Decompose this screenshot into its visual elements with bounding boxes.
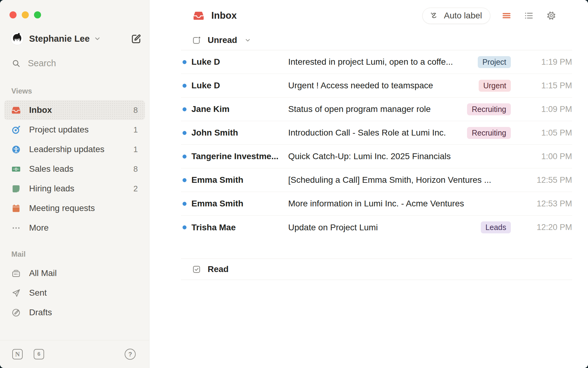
- read-section-label: Read: [208, 264, 228, 274]
- main-panel: Inbox Auto label Unread Luke DInterested…: [149, 0, 588, 368]
- sidebar-item-label: Hiring leads: [29, 184, 125, 194]
- email-row[interactable]: Luke DUrgent ! Access needed to teamspac…: [181, 74, 572, 98]
- email-row[interactable]: Emma SmithMore information in Lumi Inc. …: [181, 192, 572, 216]
- unread-section-label: Unread: [208, 35, 237, 45]
- allmail-icon: [11, 269, 21, 278]
- sidebar-item-project-updates[interactable]: Project updates1: [4, 120, 145, 140]
- chevron-down-icon[interactable]: [244, 36, 251, 44]
- email-time: 12:20 PM: [511, 223, 572, 232]
- sidebar-item-inbox[interactable]: Inbox8: [4, 100, 145, 120]
- read-section-header[interactable]: Read: [181, 259, 572, 280]
- sidebar-footer: N 6 ?: [0, 340, 149, 368]
- window-controls: [0, 0, 149, 18]
- notion-logo-badge[interactable]: N: [12, 349, 23, 359]
- person-icon: [11, 145, 21, 154]
- sidebar-item-hiring-leads[interactable]: Hiring leads2: [4, 179, 145, 198]
- sidebar-item-sent[interactable]: Sent: [4, 283, 145, 303]
- email-time: 1:15 PM: [511, 81, 572, 90]
- auto-label-icon: [429, 11, 439, 21]
- sidebar-item-label: More: [29, 223, 138, 233]
- auto-label-button[interactable]: Auto label: [422, 8, 490, 24]
- email-time: 12:55 PM: [511, 175, 572, 185]
- sidebar-item-sales-leads[interactable]: Sales leads8: [4, 159, 145, 179]
- sidebar-item-all-mail[interactable]: All Mail: [4, 263, 145, 283]
- unread-email-rows: Luke DInterested in project Lumi, open t…: [181, 50, 572, 239]
- email-tag-urgent: Urgent: [479, 80, 511, 92]
- search-button[interactable]: Search: [12, 58, 138, 68]
- email-subject: Interested in project Lumi, open to a co…: [288, 57, 473, 67]
- unread-dot: [183, 131, 187, 135]
- unread-count-badge: 8: [134, 164, 138, 174]
- unread-count-badge: 8: [134, 105, 138, 115]
- email-sender: John Smith: [191, 128, 288, 138]
- list-view-button[interactable]: [523, 10, 535, 22]
- email-row[interactable]: Trisha MaeUpdate on Project LumiLeads12:…: [181, 216, 572, 239]
- unread-dot: [183, 84, 187, 88]
- banknote-icon: [11, 164, 21, 174]
- ellipsis-icon: [11, 223, 21, 233]
- avatar[interactable]: [10, 32, 24, 45]
- unread-dot: [183, 107, 187, 111]
- email-sender: Trisha Mae: [191, 223, 288, 232]
- email-row[interactable]: Jane KimStatus of open program manager r…: [181, 98, 572, 121]
- app-window: Stephanie Lee Search ViewsInbox8Project …: [0, 0, 588, 368]
- note-icon: [11, 184, 21, 194]
- email-time: 1:00 PM: [511, 152, 572, 161]
- sidebar-item-label: Inbox: [29, 105, 125, 115]
- section-label-views: Views: [4, 87, 145, 95]
- sidebar-item-label: Leadership updates: [29, 144, 125, 154]
- sidebar-item-label: All Mail: [29, 268, 138, 278]
- email-row[interactable]: Luke DInterested in project Lumi, open t…: [181, 50, 572, 74]
- help-button[interactable]: ?: [125, 349, 136, 360]
- email-subject: Status of open program manager role: [288, 104, 462, 114]
- sidebar-item-leadership-updates[interactable]: Leadership updates1: [4, 140, 145, 159]
- email-sender: Tangerine Investme...: [191, 151, 288, 161]
- sidebar-item-label: Sales leads: [29, 164, 125, 174]
- search-icon: [12, 59, 21, 68]
- email-row[interactable]: John SmithIntroduction Call - Sales Role…: [181, 121, 572, 145]
- email-row[interactable]: Tangerine Investme...Quick Catch-Up: Lum…: [181, 145, 572, 168]
- email-subject: Quick Catch-Up: Lumi Inc. 2025 Financial…: [288, 151, 511, 161]
- inbox-icon: [11, 105, 21, 115]
- sidebar-nav: ViewsInbox8Project updates1Leadership up…: [0, 76, 149, 322]
- filter-button[interactable]: [500, 10, 513, 22]
- unread-count-badge: 1: [134, 145, 138, 154]
- calendar-badge[interactable]: 6: [34, 349, 44, 359]
- section-label-mail: Mail: [4, 250, 145, 259]
- settings-button[interactable]: [545, 10, 557, 22]
- unread-dot: [183, 202, 187, 206]
- email-row[interactable]: Emma Smith[Scheduling a Call] Emma Smith…: [181, 168, 572, 192]
- close-button[interactable]: [9, 11, 17, 18]
- email-sender: Luke D: [191, 57, 288, 67]
- account-switcher: Stephanie Lee: [10, 32, 142, 45]
- email-sender: Jane Kim: [191, 104, 288, 114]
- compose-button[interactable]: [130, 33, 142, 44]
- sidebar-item-label: Sent: [29, 288, 138, 298]
- chevron-down-icon[interactable]: [93, 35, 101, 43]
- email-subject: [Scheduling a Call] Emma Smith, Horizon …: [288, 175, 511, 185]
- email-time: 1:19 PM: [511, 57, 572, 67]
- account-name[interactable]: Stephanie Lee: [29, 34, 90, 44]
- sidebar-item-label: Project updates: [29, 125, 125, 135]
- email-tag-leads: Leads: [481, 221, 511, 233]
- calendar-icon: [11, 204, 21, 213]
- email-time: 1:09 PM: [511, 105, 572, 114]
- email-subject: Introduction Call - Sales Role at Lumi I…: [288, 128, 462, 138]
- sidebar-item-label: Drafts: [29, 308, 138, 317]
- email-subject: Update on Project Lumi: [288, 223, 476, 232]
- main-header: Inbox Auto label: [149, 0, 588, 30]
- email-sender: Emma Smith: [191, 199, 288, 209]
- unread-section-header[interactable]: Unread: [181, 30, 572, 50]
- draft-icon: [11, 308, 21, 317]
- sidebar-item-drafts[interactable]: Drafts: [4, 303, 145, 322]
- email-subject: Urgent ! Access needed to teamspace: [288, 81, 474, 90]
- email-sender: Emma Smith: [191, 175, 288, 185]
- target-icon: [11, 125, 21, 135]
- sidebar: Stephanie Lee Search ViewsInbox8Project …: [0, 0, 149, 368]
- email-tag-project: Project: [478, 56, 511, 68]
- zoom-button[interactable]: [34, 11, 41, 18]
- sidebar-item-more[interactable]: More: [4, 218, 145, 238]
- sidebar-item-meeting-requests[interactable]: Meeting requests: [4, 198, 145, 218]
- sidebar-item-label: Meeting requests: [29, 203, 138, 213]
- minimize-button[interactable]: [22, 11, 29, 18]
